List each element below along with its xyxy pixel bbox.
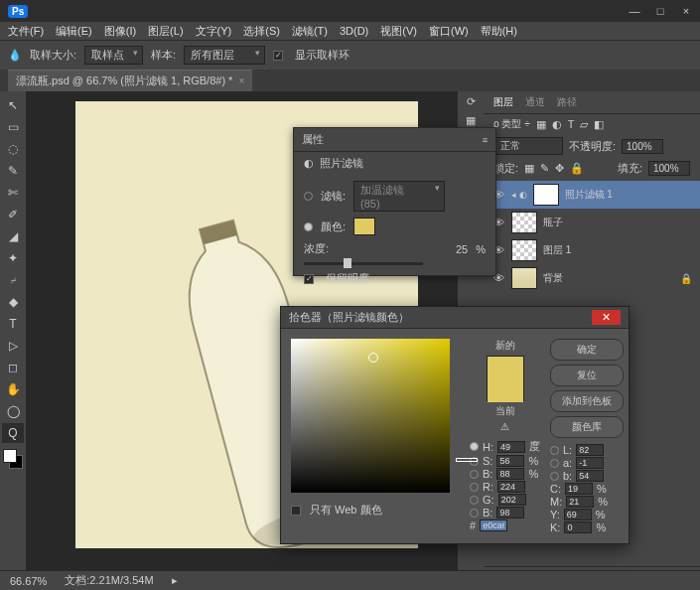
- layer-name[interactable]: 图层 1: [543, 243, 571, 257]
- document-tab-close[interactable]: ×: [238, 75, 244, 86]
- lock-pixel-icon[interactable]: ✎: [540, 162, 549, 175]
- s-input[interactable]: [496, 455, 524, 467]
- b-input[interactable]: [496, 468, 524, 480]
- eraser-tool[interactable]: ⌿: [2, 270, 24, 290]
- y-input[interactable]: [564, 509, 592, 520]
- filter-shape-icon[interactable]: ▱: [580, 118, 588, 131]
- menu-image[interactable]: 图像(I): [104, 24, 136, 39]
- panel-menu-icon[interactable]: ≡: [483, 135, 488, 145]
- l-input[interactable]: [576, 444, 604, 456]
- layer-row[interactable]: 👁 图层 1: [484, 236, 700, 264]
- eyedropper-tool[interactable]: Q: [2, 423, 24, 443]
- layer-thumb[interactable]: [511, 267, 537, 289]
- menu-help[interactable]: 帮助(H): [481, 24, 517, 39]
- lock-trans-icon[interactable]: ▦: [524, 162, 534, 175]
- bl-radio[interactable]: [550, 472, 559, 481]
- sample-layers-dropdown[interactable]: 所有图层: [184, 46, 265, 65]
- k-input[interactable]: [564, 521, 592, 533]
- type-tool[interactable]: T: [2, 314, 24, 334]
- layer-mask-thumb[interactable]: [533, 184, 559, 206]
- clone-tool[interactable]: ✦: [2, 248, 24, 268]
- filter-adjust-icon[interactable]: ◐: [552, 118, 562, 131]
- menu-edit[interactable]: 编辑(E): [56, 24, 92, 39]
- maximize-button[interactable]: □: [654, 5, 666, 17]
- show-ring-checkbox[interactable]: ✓: [273, 51, 283, 61]
- r-input[interactable]: [497, 481, 525, 493]
- lock-pos-icon[interactable]: ✥: [555, 162, 564, 175]
- menu-type[interactable]: 文字(Y): [196, 24, 232, 39]
- history-icon[interactable]: ⟳: [467, 95, 476, 108]
- color-swatches[interactable]: [3, 449, 23, 469]
- gradient-tool[interactable]: ◢: [2, 226, 24, 246]
- layer-name[interactable]: 瓶子: [543, 216, 563, 229]
- l-radio[interactable]: [550, 446, 559, 455]
- filter-smart-icon[interactable]: ◧: [594, 118, 604, 131]
- layer-thumb[interactable]: [511, 239, 537, 261]
- document-tab[interactable]: 漂流瓶.psd @ 66.7% (照片滤镜 1, RGB/8#) * ×: [8, 70, 252, 91]
- add-swatch-button[interactable]: 添加到色板: [550, 390, 624, 412]
- slider-thumb[interactable]: [344, 258, 351, 268]
- wand-tool[interactable]: ✎: [2, 161, 24, 181]
- menu-3d[interactable]: 3D(D): [340, 25, 368, 37]
- fill-input[interactable]: 100%: [648, 161, 690, 176]
- pen-tool[interactable]: ◆: [2, 292, 24, 312]
- g-input[interactable]: [498, 494, 526, 506]
- close-button[interactable]: ×: [680, 5, 692, 17]
- menu-filter[interactable]: 滤镜(T): [292, 24, 328, 39]
- doc-size[interactable]: 文档:2.21M/3.54M: [65, 573, 153, 588]
- h-radio[interactable]: [470, 442, 479, 451]
- hex-input[interactable]: [480, 519, 507, 531]
- shape-tool[interactable]: ◻: [2, 358, 24, 377]
- bl-input[interactable]: [576, 470, 604, 482]
- zoom-level[interactable]: 66.67%: [10, 575, 47, 587]
- move-tool[interactable]: ↖: [2, 95, 24, 115]
- menu-file[interactable]: 文件(F): [8, 24, 44, 39]
- tab-paths[interactable]: 路径: [557, 95, 577, 109]
- opacity-input[interactable]: 100%: [622, 139, 663, 154]
- h-input[interactable]: [497, 441, 525, 453]
- b-radio[interactable]: [470, 470, 479, 479]
- menu-window[interactable]: 窗口(W): [429, 24, 469, 39]
- c-input[interactable]: [565, 483, 593, 495]
- color-libraries-button[interactable]: 颜色库: [550, 416, 624, 438]
- cancel-button[interactable]: 复位: [550, 365, 624, 386]
- r-radio[interactable]: [470, 483, 479, 492]
- m-input[interactable]: [566, 496, 594, 508]
- crop-tool[interactable]: ✄: [2, 183, 24, 203]
- gamut-warning-icon[interactable]: ⚠: [500, 421, 509, 432]
- lasso-tool[interactable]: ◌: [2, 139, 24, 159]
- preserve-lum-checkbox[interactable]: ✓: [304, 274, 314, 284]
- color-radio[interactable]: [304, 222, 313, 231]
- filter-color-swatch[interactable]: [353, 218, 375, 235]
- filter-dropdown[interactable]: 加温滤镜 (85): [353, 181, 445, 212]
- web-only-checkbox[interactable]: [291, 506, 301, 516]
- density-slider[interactable]: [304, 262, 423, 265]
- ok-button[interactable]: 确定: [550, 339, 624, 361]
- sv-cursor[interactable]: [368, 353, 378, 363]
- layer-row[interactable]: 👁 瓶子: [484, 209, 700, 236]
- layer-row[interactable]: 👁 背景 🔒: [484, 264, 700, 292]
- layer-row[interactable]: 👁 ◂ ◐ 照片滤镜 1: [484, 181, 700, 209]
- picker-close-button[interactable]: ✕: [592, 310, 621, 325]
- bv-radio[interactable]: [470, 509, 479, 517]
- a-radio[interactable]: [550, 459, 559, 468]
- hue-thumb[interactable]: [456, 458, 478, 462]
- blend-mode-dropdown[interactable]: 正常: [493, 137, 563, 155]
- layer-thumb[interactable]: [511, 212, 537, 233]
- hand-tool[interactable]: ✋: [2, 379, 24, 399]
- minimize-button[interactable]: —: [629, 5, 640, 17]
- layer-name[interactable]: 背景: [543, 271, 563, 285]
- sample-size-dropdown[interactable]: 取样点: [84, 46, 143, 65]
- status-chevron-icon[interactable]: ▸: [172, 574, 178, 587]
- tab-channels[interactable]: 通道: [525, 95, 545, 109]
- swatches-icon[interactable]: ▦: [466, 114, 476, 127]
- g-radio[interactable]: [470, 496, 479, 505]
- lock-all-icon[interactable]: 🔒: [570, 162, 584, 175]
- bv-input[interactable]: [496, 507, 524, 518]
- zoom-tool[interactable]: ◯: [2, 401, 24, 421]
- path-tool[interactable]: ▷: [2, 336, 24, 356]
- sv-field[interactable]: [291, 339, 450, 493]
- foreground-swatch[interactable]: [3, 449, 17, 463]
- brush-tool[interactable]: ✐: [2, 205, 24, 224]
- tab-layers[interactable]: 图层: [493, 95, 513, 109]
